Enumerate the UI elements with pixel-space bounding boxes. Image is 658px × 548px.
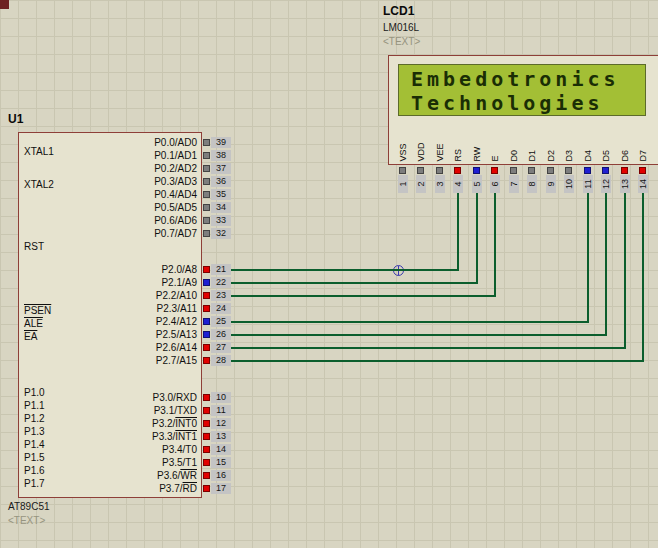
u1-right-pin-label: P3.5/T1 xyxy=(60,457,197,469)
pin-number-box: 22 xyxy=(211,277,231,288)
pin-state-square xyxy=(621,167,628,174)
wire-segment[interactable] xyxy=(231,282,478,284)
pin-state-square xyxy=(203,139,210,146)
lcd-pin-label: VEE xyxy=(435,122,446,162)
pin-state-square xyxy=(203,459,210,466)
pin-state-square xyxy=(203,178,210,185)
pin-state-square xyxy=(203,331,210,338)
lcd-ref-label[interactable]: LCD1 xyxy=(383,4,414,18)
pin-number-box: 28 xyxy=(211,355,231,366)
wire-segment[interactable] xyxy=(587,193,589,323)
pin-state-square xyxy=(203,485,210,492)
pin-state-square xyxy=(417,167,424,174)
pin-state-square xyxy=(491,167,498,174)
pin-number-box: 10 xyxy=(564,175,574,193)
pin-state-square xyxy=(203,472,210,479)
pin-state-square xyxy=(528,167,535,174)
lcd-pin-label: D0 xyxy=(509,122,520,162)
u1-right-pin-label: P0.4/AD4 xyxy=(60,189,197,201)
lcd-text-placeholder: <TEXT> xyxy=(383,36,420,47)
u1-left-pin-label: PSEN xyxy=(24,305,51,317)
u1-right-pin-label: P2.5/A13 xyxy=(60,329,197,341)
u1-right-pin-label: P0.5/AD5 xyxy=(60,202,197,214)
pin-number-box: 17 xyxy=(211,483,231,494)
pin-number-box: 2 xyxy=(416,175,426,193)
wire-segment[interactable] xyxy=(476,193,478,284)
u1-left-pin-label: P1.3 xyxy=(24,426,45,438)
origin-marker xyxy=(0,0,9,9)
pin-number-box: 21 xyxy=(211,264,231,275)
wire-segment[interactable] xyxy=(231,269,459,271)
u1-right-pin-label: P2.1/A9 xyxy=(60,277,197,289)
pin-number-box: 1 xyxy=(398,175,408,193)
pin-number-box: 14 xyxy=(638,175,648,193)
u1-right-pin-label: P3.7/RD xyxy=(60,483,197,495)
lcd-pin-label: E xyxy=(490,122,501,162)
u1-left-pin-label: XTAL2 xyxy=(24,179,54,191)
pin-number-box: 4 xyxy=(453,175,463,193)
u1-part-label[interactable]: AT89C51 xyxy=(8,501,50,512)
pin-number-box: 7 xyxy=(509,175,519,193)
u1-right-pin-label: P3.2/INT0 xyxy=(60,418,197,430)
pin-state-square xyxy=(203,318,210,325)
wire-segment[interactable] xyxy=(231,347,626,349)
pin-state-square xyxy=(203,305,210,312)
u1-left-pin-label: P1.5 xyxy=(24,452,45,464)
pin-state-square xyxy=(203,344,210,351)
lcd-part-label[interactable]: LM016L xyxy=(383,22,419,33)
u1-left-pin-label: P1.7 xyxy=(24,478,45,490)
pin-number-box: 5 xyxy=(472,175,482,193)
wire-segment[interactable] xyxy=(231,334,607,336)
wire-segment[interactable] xyxy=(231,295,496,297)
pin-number-box: 32 xyxy=(211,228,231,239)
pin-state-square xyxy=(203,433,210,440)
wire-segment[interactable] xyxy=(605,193,607,336)
u1-right-pin-label: P2.2/A10 xyxy=(60,290,197,302)
pin-state-square xyxy=(203,204,210,211)
pin-state-square xyxy=(203,217,210,224)
u1-right-pin-label: P0.0/AD0 xyxy=(60,137,197,149)
wire-segment[interactable] xyxy=(624,193,626,349)
lcd-pin-label: D3 xyxy=(564,122,575,162)
pin-state-square xyxy=(203,191,210,198)
schematic-canvas[interactable]: U1 AT89C51 <TEXT> LCD1 LM016L <TEXT> Emb… xyxy=(0,0,658,548)
lcd-pin-label: RW xyxy=(472,122,483,162)
u1-right-pin-label: P3.6/WR xyxy=(60,470,197,482)
lcd-pin-label: D6 xyxy=(620,122,631,162)
pin-number-box: 11 xyxy=(583,175,593,193)
u1-ref-label[interactable]: U1 xyxy=(8,112,23,126)
pin-number-box: 12 xyxy=(601,175,611,193)
pin-number-box: 6 xyxy=(490,175,500,193)
wire-segment[interactable] xyxy=(231,360,644,362)
lcd-display-line2: Technologies xyxy=(411,91,645,115)
wire-segment[interactable] xyxy=(642,193,644,362)
pin-state-square xyxy=(203,230,210,237)
lcd-pin-label: VDD xyxy=(416,122,427,162)
pin-state-square xyxy=(547,167,554,174)
wire-segment[interactable] xyxy=(494,193,496,297)
pin-state-square xyxy=(584,167,591,174)
pin-number-box: 37 xyxy=(211,163,231,174)
u1-left-pin-label: P1.6 xyxy=(24,465,45,477)
u1-right-pin-label: P2.4/A12 xyxy=(60,316,197,328)
pin-state-square xyxy=(203,394,210,401)
pin-number-box: 16 xyxy=(211,470,231,481)
pin-number-box: 15 xyxy=(211,457,231,468)
pin-state-square xyxy=(510,167,517,174)
lcd-pin-label: D2 xyxy=(546,122,557,162)
pin-state-square xyxy=(454,167,461,174)
pin-state-square xyxy=(436,167,443,174)
pin-number-box: 26 xyxy=(211,329,231,340)
wire-segment[interactable] xyxy=(457,193,459,271)
pin-state-square xyxy=(203,292,210,299)
pin-number-box: 11 xyxy=(211,405,231,416)
lcd-pin-label: D1 xyxy=(527,122,538,162)
pin-state-square xyxy=(203,266,210,273)
pin-number-box: 3 xyxy=(435,175,445,193)
pin-number-box: 38 xyxy=(211,150,231,161)
pin-state-square xyxy=(203,420,210,427)
pin-number-box: 8 xyxy=(527,175,537,193)
wire-segment[interactable] xyxy=(231,321,589,323)
pin-state-square xyxy=(602,167,609,174)
pin-number-box: 10 xyxy=(211,392,231,403)
